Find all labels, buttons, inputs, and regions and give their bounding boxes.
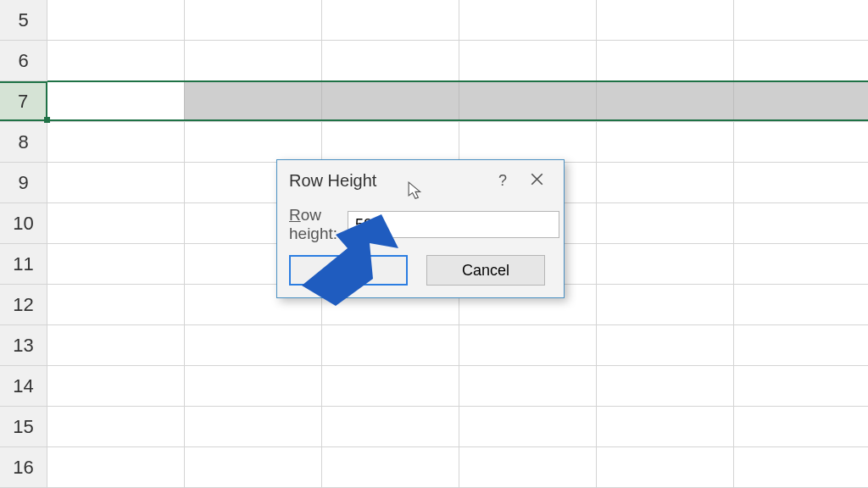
- row-header[interactable]: 14: [0, 366, 47, 406]
- row-cells: [47, 122, 868, 162]
- cell[interactable]: [322, 82, 459, 119]
- row-header[interactable]: 6: [0, 41, 47, 80]
- cell[interactable]: [597, 122, 734, 162]
- cell[interactable]: [185, 366, 322, 406]
- ok-button-label: OK: [337, 262, 359, 280]
- cell[interactable]: [185, 41, 322, 80]
- row-cells: [47, 366, 868, 406]
- cell[interactable]: [47, 82, 185, 119]
- cell[interactable]: [459, 366, 597, 406]
- cell[interactable]: [47, 203, 185, 243]
- row-header[interactable]: 12: [0, 285, 47, 324]
- cell[interactable]: [459, 122, 597, 162]
- ok-button[interactable]: OK: [289, 255, 408, 286]
- row-header[interactable]: 16: [0, 447, 47, 487]
- grid-row[interactable]: 5: [0, 0, 868, 41]
- cell[interactable]: [47, 447, 185, 487]
- cell[interactable]: [185, 407, 322, 446]
- dialog-titlebar: Row Height ?: [277, 160, 564, 201]
- cell[interactable]: [597, 366, 734, 406]
- grid-row[interactable]: 13: [0, 325, 868, 366]
- cell[interactable]: [185, 82, 322, 119]
- cell[interactable]: [47, 0, 185, 40]
- cell[interactable]: [597, 163, 734, 202]
- cell[interactable]: [734, 325, 868, 365]
- cell[interactable]: [47, 366, 185, 406]
- cell[interactable]: [734, 285, 868, 324]
- cell[interactable]: [734, 203, 868, 243]
- grid-row[interactable]: 7: [0, 81, 868, 122]
- row-height-label: Row height:: [289, 206, 337, 243]
- cell[interactable]: [322, 447, 459, 487]
- cell[interactable]: [597, 325, 734, 365]
- cell[interactable]: [47, 163, 185, 202]
- cell[interactable]: [185, 325, 322, 365]
- cancel-button[interactable]: Cancel: [426, 255, 545, 286]
- close-button[interactable]: [520, 169, 554, 192]
- cell[interactable]: [734, 244, 868, 284]
- row-cells: [47, 407, 868, 446]
- cell[interactable]: [597, 41, 734, 80]
- row-cells: [47, 325, 868, 365]
- cell[interactable]: [734, 82, 868, 119]
- row-header[interactable]: 15: [0, 407, 47, 446]
- cell[interactable]: [459, 82, 597, 119]
- cell[interactable]: [47, 122, 185, 162]
- cell[interactable]: [47, 407, 185, 446]
- cell[interactable]: [597, 0, 734, 40]
- cell[interactable]: [47, 325, 185, 365]
- cell[interactable]: [459, 447, 597, 487]
- cell[interactable]: [734, 447, 868, 487]
- row-header[interactable]: 8: [0, 122, 47, 162]
- cell[interactable]: [734, 407, 868, 446]
- grid-row[interactable]: 15: [0, 407, 868, 447]
- row-header[interactable]: 10: [0, 203, 47, 243]
- cancel-button-label: Cancel: [462, 262, 509, 280]
- row-cells: [47, 0, 868, 40]
- cell[interactable]: [47, 285, 185, 324]
- row-cells: [47, 80, 868, 121]
- cell[interactable]: [597, 285, 734, 324]
- row-height-field-row: Row height:: [289, 206, 552, 243]
- cell[interactable]: [322, 366, 459, 406]
- cell[interactable]: [734, 163, 868, 202]
- help-button[interactable]: ?: [486, 169, 520, 192]
- cell[interactable]: [322, 41, 459, 80]
- cell[interactable]: [185, 447, 322, 487]
- cell[interactable]: [459, 41, 597, 80]
- grid-row[interactable]: 8: [0, 122, 868, 163]
- row-height-input[interactable]: [348, 211, 559, 238]
- cell[interactable]: [459, 325, 597, 365]
- cell[interactable]: [597, 447, 734, 487]
- grid-row[interactable]: 16: [0, 447, 868, 488]
- cell[interactable]: [734, 41, 868, 80]
- cell[interactable]: [322, 407, 459, 446]
- grid-row[interactable]: 14: [0, 366, 868, 407]
- cell[interactable]: [597, 244, 734, 284]
- row-header[interactable]: 13: [0, 325, 47, 365]
- grid-row[interactable]: 6: [0, 41, 868, 81]
- row-header[interactable]: 5: [0, 0, 47, 40]
- cell[interactable]: [734, 366, 868, 406]
- row-height-dialog: Row Height ? Row height: OK Cancel: [276, 159, 565, 298]
- cell[interactable]: [322, 122, 459, 162]
- dialog-title: Row Height: [289, 171, 486, 191]
- cell[interactable]: [459, 407, 597, 446]
- cell[interactable]: [734, 0, 868, 40]
- fill-handle[interactable]: [44, 117, 50, 123]
- cell[interactable]: [597, 407, 734, 446]
- cell[interactable]: [597, 82, 734, 119]
- cell[interactable]: [47, 244, 185, 284]
- row-header[interactable]: 11: [0, 244, 47, 284]
- help-icon: ?: [498, 172, 507, 190]
- cell[interactable]: [322, 325, 459, 365]
- cell[interactable]: [322, 0, 459, 40]
- row-header[interactable]: 7: [0, 81, 47, 121]
- cell[interactable]: [734, 122, 868, 162]
- cell[interactable]: [47, 41, 185, 80]
- row-header[interactable]: 9: [0, 163, 47, 202]
- cell[interactable]: [185, 122, 322, 162]
- cell[interactable]: [185, 0, 322, 40]
- cell[interactable]: [459, 0, 597, 40]
- cell[interactable]: [597, 203, 734, 243]
